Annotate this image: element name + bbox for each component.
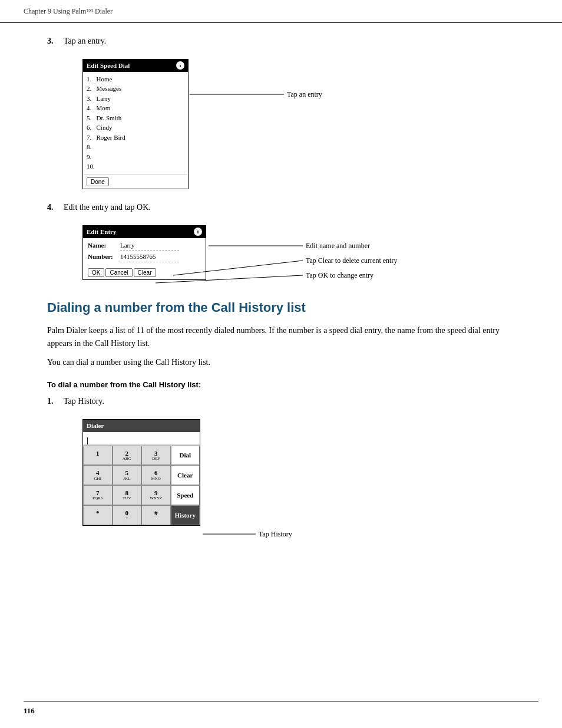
page-footer: 116	[24, 701, 538, 717]
edit-entry-diagram: Edit Entry i Name: Larry Number: 1415555…	[82, 225, 515, 280]
name-row: Name: Larry	[88, 241, 201, 251]
callout-ok-text: Tap OK to change entry	[306, 271, 373, 279]
step-3-number: 3.	[47, 35, 64, 47]
list-item: 1. Home	[87, 74, 184, 84]
clear-button[interactable]: Clear	[134, 268, 156, 277]
info-icon: i	[176, 61, 184, 70]
list-item: 8.	[87, 142, 184, 152]
ok-button[interactable]: OK	[88, 268, 104, 277]
list-item: 7. Roger Bird	[87, 133, 184, 143]
step-3: 3. Tap an entry.	[47, 35, 515, 47]
callout-history-text: Tap History	[259, 530, 292, 538]
list-item: 3. Larry	[87, 94, 184, 104]
history-button[interactable]: History	[171, 505, 200, 525]
dialer-title: Dialer	[87, 422, 104, 429]
main-content: 3. Tap an entry. Edit Speed Dial i 1. Ho…	[0, 23, 562, 561]
step-1-dial: 1. Tap History.	[47, 395, 515, 407]
step-3-text: Tap an entry.	[64, 35, 106, 47]
cancel-button[interactable]: Cancel	[105, 268, 132, 277]
step-4: 4. Edit the entry and tap OK.	[47, 201, 515, 213]
dialog-titlebar: Edit Speed Dial i	[83, 60, 188, 72]
list-item: 5. Dr. Smith	[87, 113, 184, 123]
key-6[interactable]: 6MNO	[141, 465, 171, 485]
callout-svg-history: Tap History	[203, 528, 320, 540]
key-2[interactable]: 2ABC	[113, 446, 142, 466]
callout-svg-2: Edit name and number Tap Clear to delete…	[209, 243, 409, 302]
list-item: 10.	[87, 162, 184, 172]
entry-titlebar: Edit Entry i	[83, 226, 206, 238]
section-heading: Dialing a number from the Call History l…	[47, 298, 515, 317]
dialer-diagram: Dialer | 1 2ABC 3DEF Dial 4GHI 5JKL	[82, 419, 515, 526]
step-4-text: Edit the entry and tap OK.	[64, 201, 151, 213]
sub-heading: To dial a number from the Call History l…	[47, 379, 515, 391]
callout-edit-text: Edit name and number	[306, 242, 370, 250]
dialer-box: Dialer | 1 2ABC 3DEF Dial 4GHI 5JKL	[82, 419, 200, 526]
name-value: Larry	[120, 241, 179, 251]
edit-speed-dial-dialog: Edit Speed Dial i 1. Home 2. Messages 3.…	[82, 59, 189, 189]
key-hash[interactable]: #	[141, 505, 171, 525]
callout-text-1: Tap an entry	[287, 90, 322, 98]
number-row: Number: 14155558765	[88, 252, 201, 262]
dialer-grid: 1 2ABC 3DEF Dial 4GHI 5JKL 6MNO Clear 7P…	[83, 445, 200, 525]
dialog-title: Edit Speed Dial	[87, 61, 130, 71]
key-4[interactable]: 4GHI	[83, 465, 113, 485]
dialer-titlebar: Dialer	[83, 420, 200, 432]
list-item: 9.	[87, 152, 184, 162]
list-item: 2. Messages	[87, 84, 184, 94]
callout-clear-text: Tap Clear to delete current entry	[306, 256, 397, 265]
callout-svg-1: Tap an entry	[190, 88, 308, 100]
page-container: Chapter 9 Using Palm™ Dialer 3. Tap an e…	[0, 0, 562, 728]
dial-button[interactable]: Dial	[171, 446, 200, 466]
done-button[interactable]: Done	[87, 177, 109, 186]
clear-dialer-button[interactable]: Clear	[171, 465, 200, 485]
key-8[interactable]: 8TUV	[113, 485, 142, 505]
step-1-dial-number: 1.	[47, 395, 64, 407]
step-1-dial-text: Tap History.	[64, 395, 104, 407]
number-label: Number:	[88, 252, 120, 262]
entry-body: Name: Larry Number: 14155558765	[83, 238, 206, 266]
key-7[interactable]: 7PQRS	[83, 485, 113, 505]
list-item: 6. Cindy	[87, 123, 184, 133]
dialer-display: |	[83, 432, 200, 445]
entry-title: Edit Entry	[87, 227, 116, 237]
entry-info-icon: i	[194, 228, 202, 236]
header-text: Chapter 9 Using Palm™ Dialer	[24, 6, 113, 17]
key-5[interactable]: 5JKL	[113, 465, 142, 485]
key-3[interactable]: 3DEF	[141, 446, 171, 466]
key-1[interactable]: 1	[83, 446, 113, 466]
body-text-1: Palm Dialer keeps a list of 11 of the mo…	[47, 324, 515, 351]
page-header: Chapter 9 Using Palm™ Dialer	[0, 0, 562, 23]
key-9[interactable]: 9WXYZ	[141, 485, 171, 505]
speed-button[interactable]: Speed	[171, 485, 200, 505]
key-star[interactable]: *	[83, 505, 113, 525]
page-number: 116	[24, 706, 35, 715]
step-4-number: 4.	[47, 201, 64, 213]
edit-speed-dial-diagram: Edit Speed Dial i 1. Home 2. Messages 3.…	[82, 59, 515, 189]
dialog-footer: Done	[83, 174, 188, 189]
speed-dial-list: 1. Home 2. Messages 3. Larry 4. Mom 5. D…	[83, 72, 188, 174]
number-value: 14155558765	[120, 252, 179, 262]
list-item: 4. Mom	[87, 103, 184, 113]
edit-entry-dialog: Edit Entry i Name: Larry Number: 1415555…	[82, 225, 206, 280]
name-label: Name:	[88, 241, 120, 251]
entry-buttons: OK Cancel Clear	[83, 266, 206, 279]
body-text-2: You can dial a number using the Call His…	[47, 356, 515, 369]
key-0[interactable]: 0+	[113, 505, 142, 525]
